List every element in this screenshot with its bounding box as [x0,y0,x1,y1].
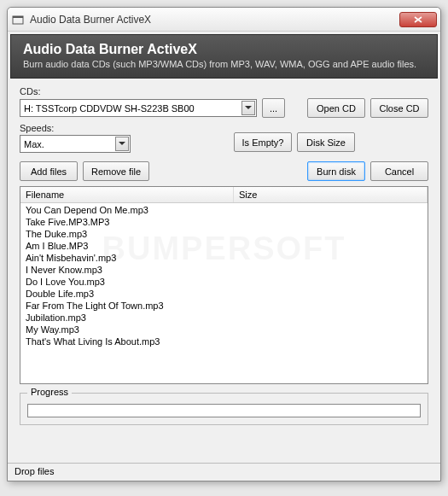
main-window: Audio Data Burner ActiveX Audio Data Bur… [7,7,441,481]
list-item[interactable]: I Never Know.mp3 [20,264,428,276]
chevron-down-icon [241,101,255,115]
listview-rows: You Can Depend On Me.mp3Take Five.MP3.MP… [20,203,428,348]
file-listview[interactable]: Filename Size You Can Depend On Me.mp3Ta… [20,186,428,384]
list-item[interactable]: Am I Blue.MP3 [20,240,428,252]
app-icon [11,14,25,26]
svg-rect-1 [13,16,23,18]
list-item[interactable]: You Can Depend On Me.mp3 [20,204,428,216]
open-cd-button[interactable]: Open CD [307,98,365,118]
progress-bar [27,404,421,417]
burn-disk-button[interactable]: Burn disk [307,161,365,181]
list-item[interactable]: Take Five.MP3.MP3 [20,216,428,228]
is-empty-button[interactable]: Is Empty? [234,132,292,152]
list-item[interactable]: Jubilation.mp3 [20,312,428,324]
cancel-button[interactable]: Cancel [370,161,428,181]
list-item[interactable]: The Duke.mp3 [20,228,428,240]
content-area: CDs: H: TSSTcorp CDDVDW SH-S223B SB00 ..… [8,81,440,425]
cds-label: CDs: [20,86,428,96]
status-text: Drop files [15,466,54,476]
drive-select-value: H: TSSTcorp CDDVDW SH-S223B SB00 [24,103,195,114]
browse-button[interactable]: ... [262,98,285,118]
titlebar[interactable]: Audio Data Burner ActiveX [8,8,440,32]
listview-header: Filename Size [20,187,428,203]
window-title: Audio Data Burner ActiveX [30,14,399,26]
list-item[interactable]: Double Life.mp3 [20,288,428,300]
column-filename[interactable]: Filename [20,187,234,202]
add-files-button[interactable]: Add files [20,161,78,181]
header-subtitle: Burn audio data CDs (such MP3/WMA CDs) f… [23,59,425,69]
speed-select[interactable]: Max. [20,135,131,153]
drive-select[interactable]: H: TSSTcorp CDDVDW SH-S223B SB00 [20,99,257,117]
chevron-down-icon [115,137,129,151]
speeds-label: Speeds: [20,123,131,133]
column-size[interactable]: Size [234,187,428,202]
disk-size-button[interactable]: Disk Size [297,132,355,152]
list-item[interactable]: Ain't Misbehavin'.mp3 [20,252,428,264]
list-item[interactable]: Do I Love You.mp3 [20,276,428,288]
close-button[interactable] [399,12,437,27]
progress-group: Progress [20,393,428,425]
list-item[interactable]: Far From The Light Of Town.mp3 [20,300,428,312]
speed-select-value: Max. [24,139,44,149]
header-title: Audio Data Burner ActiveX [23,42,425,57]
progress-label: Progress [27,387,72,397]
list-item[interactable]: That's What Living Is About.mp3 [20,336,428,347]
close-cd-button[interactable]: Close CD [370,98,428,118]
status-bar: Drop files [8,463,440,481]
remove-file-button[interactable]: Remove file [83,161,149,181]
list-item[interactable]: My Way.mp3 [20,324,428,336]
header-panel: Audio Data Burner ActiveX Burn audio dat… [10,34,438,79]
